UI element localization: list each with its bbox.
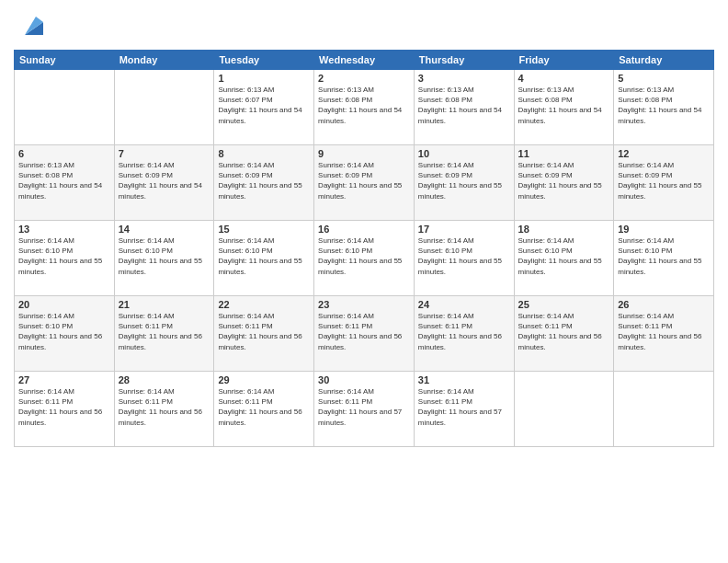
calendar-cell: 28Sunrise: 6:14 AMSunset: 6:11 PMDayligh… bbox=[114, 372, 214, 447]
calendar-cell: 13Sunrise: 6:14 AMSunset: 6:10 PMDayligh… bbox=[15, 221, 115, 296]
calendar-table: SundayMondayTuesdayWednesdayThursdayFrid… bbox=[14, 50, 714, 447]
day-number: 4 bbox=[518, 73, 610, 84]
calendar-cell: 23Sunrise: 6:14 AMSunset: 6:11 PMDayligh… bbox=[314, 296, 415, 372]
day-number: 19 bbox=[618, 224, 710, 235]
cell-info: Sunrise: 6:14 AMSunset: 6:10 PMDaylight:… bbox=[418, 236, 510, 277]
day-number: 9 bbox=[318, 148, 410, 159]
cell-info: Sunrise: 6:13 AMSunset: 6:07 PMDaylight:… bbox=[218, 85, 310, 126]
header bbox=[14, 9, 714, 42]
day-number: 25 bbox=[518, 299, 610, 310]
week-row-4: 20Sunrise: 6:14 AMSunset: 6:10 PMDayligh… bbox=[15, 296, 714, 372]
day-number: 15 bbox=[218, 224, 310, 235]
cell-info: Sunrise: 6:14 AMSunset: 6:11 PMDaylight:… bbox=[119, 386, 210, 428]
day-number: 16 bbox=[318, 224, 410, 235]
weekday-header-monday: Monday bbox=[114, 51, 214, 70]
day-number: 2 bbox=[318, 73, 410, 84]
calendar-cell: 19Sunrise: 6:14 AMSunset: 6:10 PMDayligh… bbox=[614, 221, 714, 296]
day-number: 13 bbox=[18, 224, 110, 235]
page: SundayMondayTuesdayWednesdayThursdayFrid… bbox=[0, 0, 728, 563]
day-number: 3 bbox=[418, 73, 510, 84]
day-number: 10 bbox=[418, 148, 510, 159]
day-number: 23 bbox=[318, 299, 410, 310]
day-number: 21 bbox=[119, 299, 210, 310]
day-number: 27 bbox=[18, 374, 110, 385]
day-number: 1 bbox=[218, 73, 310, 84]
cell-info: Sunrise: 6:14 AMSunset: 6:09 PMDaylight:… bbox=[518, 160, 610, 201]
cell-info: Sunrise: 6:14 AMSunset: 6:10 PMDaylight:… bbox=[318, 236, 410, 277]
calendar-cell: 29Sunrise: 6:14 AMSunset: 6:11 PMDayligh… bbox=[214, 372, 314, 447]
day-number: 31 bbox=[418, 374, 510, 385]
calendar-cell: 5Sunrise: 6:13 AMSunset: 6:08 PMDaylight… bbox=[614, 70, 714, 145]
weekday-header-wednesday: Wednesday bbox=[314, 51, 415, 70]
week-row-1: 1Sunrise: 6:13 AMSunset: 6:07 PMDaylight… bbox=[15, 70, 714, 145]
cell-info: Sunrise: 6:14 AMSunset: 6:11 PMDaylight:… bbox=[218, 386, 310, 428]
day-number: 20 bbox=[18, 299, 110, 310]
weekday-header-tuesday: Tuesday bbox=[214, 51, 314, 70]
day-number: 24 bbox=[418, 299, 510, 310]
calendar-cell: 3Sunrise: 6:13 AMSunset: 6:08 PMDaylight… bbox=[414, 70, 514, 145]
calendar-cell: 9Sunrise: 6:14 AMSunset: 6:09 PMDaylight… bbox=[314, 145, 415, 221]
calendar-cell: 26Sunrise: 6:14 AMSunset: 6:11 PMDayligh… bbox=[614, 296, 714, 372]
cell-info: Sunrise: 6:14 AMSunset: 6:11 PMDaylight:… bbox=[119, 311, 210, 352]
calendar-cell: 25Sunrise: 6:14 AMSunset: 6:11 PMDayligh… bbox=[514, 296, 614, 372]
logo-icon bbox=[17, 9, 47, 42]
calendar-cell: 16Sunrise: 6:14 AMSunset: 6:10 PMDayligh… bbox=[314, 221, 415, 296]
day-number: 28 bbox=[119, 374, 210, 385]
day-number: 14 bbox=[119, 224, 210, 235]
day-number: 22 bbox=[218, 299, 310, 310]
day-number: 29 bbox=[218, 374, 310, 385]
calendar-cell bbox=[114, 70, 214, 145]
cell-info: Sunrise: 6:14 AMSunset: 6:11 PMDaylight:… bbox=[318, 311, 410, 352]
cell-info: Sunrise: 6:14 AMSunset: 6:09 PMDaylight:… bbox=[218, 160, 310, 201]
cell-info: Sunrise: 6:14 AMSunset: 6:11 PMDaylight:… bbox=[318, 386, 410, 428]
calendar-cell bbox=[514, 372, 614, 447]
cell-info: Sunrise: 6:14 AMSunset: 6:10 PMDaylight:… bbox=[518, 236, 610, 277]
week-row-3: 13Sunrise: 6:14 AMSunset: 6:10 PMDayligh… bbox=[15, 221, 714, 296]
cell-info: Sunrise: 6:14 AMSunset: 6:09 PMDaylight:… bbox=[418, 160, 510, 201]
cell-info: Sunrise: 6:14 AMSunset: 6:10 PMDaylight:… bbox=[119, 236, 210, 277]
cell-info: Sunrise: 6:14 AMSunset: 6:11 PMDaylight:… bbox=[518, 311, 610, 352]
cell-info: Sunrise: 6:14 AMSunset: 6:10 PMDaylight:… bbox=[218, 236, 310, 277]
calendar-cell: 18Sunrise: 6:14 AMSunset: 6:10 PMDayligh… bbox=[514, 221, 614, 296]
cell-info: Sunrise: 6:14 AMSunset: 6:09 PMDaylight:… bbox=[618, 160, 710, 201]
weekday-header-saturday: Saturday bbox=[614, 51, 714, 70]
cell-info: Sunrise: 6:14 AMSunset: 6:10 PMDaylight:… bbox=[618, 236, 710, 277]
day-number: 5 bbox=[618, 73, 710, 84]
calendar-cell: 11Sunrise: 6:14 AMSunset: 6:09 PMDayligh… bbox=[514, 145, 614, 221]
cell-info: Sunrise: 6:14 AMSunset: 6:09 PMDaylight:… bbox=[318, 160, 410, 201]
cell-info: Sunrise: 6:13 AMSunset: 6:08 PMDaylight:… bbox=[618, 85, 710, 126]
calendar-cell: 30Sunrise: 6:14 AMSunset: 6:11 PMDayligh… bbox=[314, 372, 415, 447]
cell-info: Sunrise: 6:14 AMSunset: 6:10 PMDaylight:… bbox=[18, 311, 110, 352]
day-number: 30 bbox=[318, 374, 410, 385]
day-number: 7 bbox=[119, 148, 210, 159]
day-number: 17 bbox=[418, 224, 510, 235]
weekday-header-row: SundayMondayTuesdayWednesdayThursdayFrid… bbox=[15, 51, 714, 70]
cell-info: Sunrise: 6:14 AMSunset: 6:10 PMDaylight:… bbox=[18, 236, 110, 277]
calendar-cell: 8Sunrise: 6:14 AMSunset: 6:09 PMDaylight… bbox=[214, 145, 314, 221]
calendar-cell: 6Sunrise: 6:13 AMSunset: 6:08 PMDaylight… bbox=[15, 145, 115, 221]
cell-info: Sunrise: 6:13 AMSunset: 6:08 PMDaylight:… bbox=[18, 160, 110, 201]
cell-info: Sunrise: 6:14 AMSunset: 6:11 PMDaylight:… bbox=[418, 311, 510, 352]
calendar-cell: 21Sunrise: 6:14 AMSunset: 6:11 PMDayligh… bbox=[114, 296, 214, 372]
calendar-cell: 24Sunrise: 6:14 AMSunset: 6:11 PMDayligh… bbox=[414, 296, 514, 372]
day-number: 12 bbox=[618, 148, 710, 159]
cell-info: Sunrise: 6:14 AMSunset: 6:11 PMDaylight:… bbox=[618, 311, 710, 352]
calendar-cell: 20Sunrise: 6:14 AMSunset: 6:10 PMDayligh… bbox=[15, 296, 115, 372]
logo bbox=[14, 9, 47, 42]
day-number: 11 bbox=[518, 148, 610, 159]
calendar-cell: 22Sunrise: 6:14 AMSunset: 6:11 PMDayligh… bbox=[214, 296, 314, 372]
calendar-cell: 27Sunrise: 6:14 AMSunset: 6:11 PMDayligh… bbox=[15, 372, 115, 447]
cell-info: Sunrise: 6:14 AMSunset: 6:11 PMDaylight:… bbox=[18, 386, 110, 428]
calendar-cell bbox=[614, 372, 714, 447]
calendar-cell: 7Sunrise: 6:14 AMSunset: 6:09 PMDaylight… bbox=[114, 145, 214, 221]
cell-info: Sunrise: 6:13 AMSunset: 6:08 PMDaylight:… bbox=[418, 85, 510, 126]
calendar-cell: 1Sunrise: 6:13 AMSunset: 6:07 PMDaylight… bbox=[214, 70, 314, 145]
cell-info: Sunrise: 6:13 AMSunset: 6:08 PMDaylight:… bbox=[518, 85, 610, 126]
week-row-2: 6Sunrise: 6:13 AMSunset: 6:08 PMDaylight… bbox=[15, 145, 714, 221]
cell-info: Sunrise: 6:13 AMSunset: 6:08 PMDaylight:… bbox=[318, 85, 410, 126]
day-number: 18 bbox=[518, 224, 610, 235]
week-row-5: 27Sunrise: 6:14 AMSunset: 6:11 PMDayligh… bbox=[15, 372, 714, 447]
calendar-cell: 15Sunrise: 6:14 AMSunset: 6:10 PMDayligh… bbox=[214, 221, 314, 296]
cell-info: Sunrise: 6:14 AMSunset: 6:09 PMDaylight:… bbox=[119, 160, 210, 201]
calendar-cell: 2Sunrise: 6:13 AMSunset: 6:08 PMDaylight… bbox=[314, 70, 415, 145]
